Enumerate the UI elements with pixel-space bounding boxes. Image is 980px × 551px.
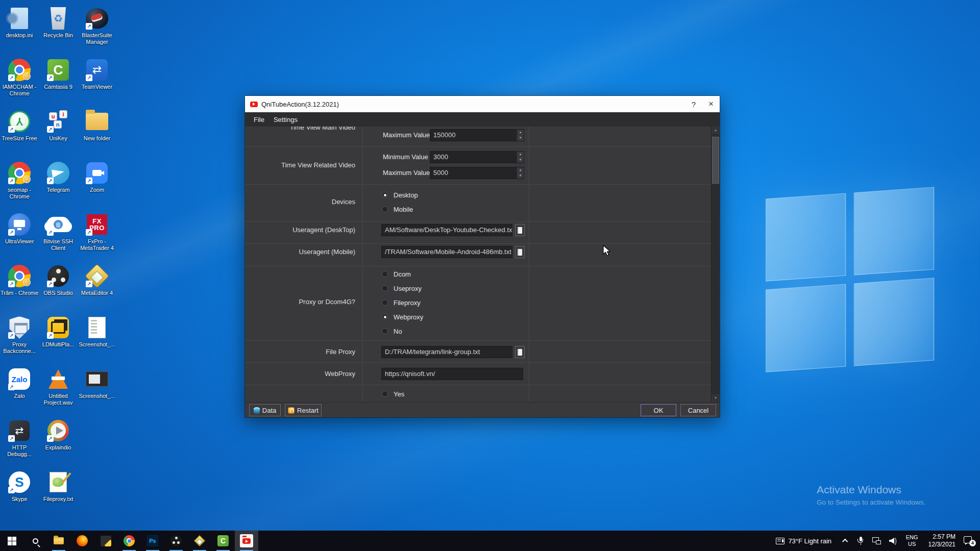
- radio-yes[interactable]: Yes: [382, 390, 404, 397]
- useragent-desktop-field[interactable]: AM/Software/DeskTop-Youtube-Checked.txt: [381, 224, 512, 236]
- desktop-icon-untitled-wav[interactable]: Untitled Project.wav: [39, 367, 78, 406]
- taskbar-qnitubeaction-active[interactable]: [235, 531, 258, 551]
- menu-file[interactable]: File: [249, 114, 269, 126]
- max-value-main-spinbox[interactable]: 150000 ▲ ▼: [430, 129, 524, 141]
- arrows-glyph: ⇄: [15, 424, 24, 437]
- desktop-icon-desktop-ini[interactable]: desktop.ini: [0, 6, 39, 39]
- shortcut-arrow-icon: ↗: [8, 487, 15, 493]
- spin-down-icon[interactable]: ▼: [517, 173, 524, 179]
- start-button[interactable]: [0, 531, 23, 551]
- weather-widget[interactable]: 73°F Light rain: [788, 537, 831, 545]
- news-weather-icon[interactable]: [776, 538, 785, 544]
- taskbar-firefox[interactable]: [70, 531, 94, 551]
- spin-down-icon[interactable]: ▼: [517, 135, 524, 141]
- radio-useproxy[interactable]: Useproxy: [382, 285, 422, 292]
- taskbar-photoshop[interactable]: Ps: [141, 531, 164, 551]
- desktop-icon-telegram[interactable]: ↗ Telegram: [39, 161, 78, 193]
- desktop-icon-zalo[interactable]: Zalo ↗ Zalo: [0, 367, 39, 399]
- icon-label: UniKey: [39, 135, 78, 142]
- taskbar-file-explorer[interactable]: [47, 531, 70, 551]
- desktop-icon-treesize[interactable]: Y ↗ TreeSize Free: [0, 109, 39, 142]
- radio-no[interactable]: No: [382, 328, 402, 335]
- row-label-devices: Devices: [245, 198, 355, 206]
- desktop-icon-proxy-backconnect[interactable]: ↗ Proxy Backconne...: [0, 315, 39, 355]
- scroll-down-button[interactable]: ▼: [712, 394, 720, 402]
- cancel-button[interactable]: Cancel: [680, 404, 716, 416]
- webproxy-field[interactable]: https://qnisoft.vn/: [381, 368, 523, 380]
- desktop-icon-seomap-chrome[interactable]: ↗ seomap - Chrome: [0, 161, 39, 200]
- taskbar-chrome[interactable]: [117, 531, 141, 551]
- taskbar-search-button[interactable]: [23, 531, 47, 551]
- desktop-icon-new-folder[interactable]: New folder: [78, 109, 116, 142]
- recycle-bin-icon: ♻: [49, 7, 67, 30]
- restart-button[interactable]: Restart: [285, 404, 322, 416]
- dialog-scrollbar[interactable]: ▲ ▼: [711, 127, 720, 402]
- spin-up-icon[interactable]: ▲: [517, 130, 524, 135]
- taskbar-clock[interactable]: 2:57 PM 12/3/2021: [928, 533, 955, 548]
- restart-icon: [288, 407, 295, 414]
- spin-up-icon[interactable]: ▲: [517, 152, 524, 157]
- taskbar-obs[interactable]: [164, 531, 188, 551]
- desktop-icon-http-debugger[interactable]: ⇄ ↗ HTTP Debugg...: [0, 418, 39, 458]
- dialog-title-bar[interactable]: QniTubeAction(3.12.2021) ? ×: [245, 96, 720, 112]
- menu-settings[interactable]: Settings: [269, 114, 302, 126]
- action-center-button[interactable]: 4: [964, 536, 974, 545]
- spinner-buttons[interactable]: ▲ ▼: [517, 152, 524, 163]
- desktop-icon-blastersuite[interactable]: ↗ BlasterSuite Manager: [78, 6, 116, 45]
- spin-up-icon[interactable]: ▲: [517, 167, 524, 173]
- network-icon[interactable]: [872, 537, 881, 544]
- desktop-icon-screenshot-2[interactable]: Screenshot_...: [78, 367, 116, 399]
- radio-webproxy[interactable]: Webproxy: [382, 313, 423, 320]
- taskbar-notes-app[interactable]: [94, 531, 117, 551]
- ok-button[interactable]: OK: [641, 404, 676, 416]
- spinner-buttons[interactable]: ▲ ▼: [517, 130, 524, 141]
- desktop-icon-teamviewer[interactable]: ⇄ ↗ TeamViewer: [78, 58, 116, 90]
- spinner-buttons[interactable]: ▲ ▼: [517, 167, 524, 179]
- desktop-icon-camtasia9[interactable]: C ↗ Camtasia 9: [39, 58, 78, 90]
- desktop-icon-iamccham-chrome[interactable]: ↗ IAMCCHAM - Chrome: [0, 58, 39, 97]
- desktop-icon-explaindio[interactable]: ↗ Explaindio: [39, 418, 78, 451]
- spin-down-icon[interactable]: ▼: [517, 157, 524, 163]
- scroll-up-button[interactable]: ▲: [712, 127, 720, 134]
- desktop-icon-fxpro[interactable]: FX PRO ↗ FxPro - MetaTrader 4: [78, 212, 116, 252]
- row-separator: [245, 340, 711, 341]
- radio-fileproxy[interactable]: Fileproxy: [382, 299, 421, 306]
- scrollbar-thumb[interactable]: [712, 137, 719, 184]
- data-button[interactable]: Data: [249, 404, 281, 416]
- desktop-icon-ldmultiplayer[interactable]: ↗ LDMultiPla...: [39, 315, 78, 348]
- tray-expand-chevron-icon[interactable]: [842, 539, 848, 544]
- language-indicator[interactable]: ENG US: [906, 534, 918, 547]
- desktop-icon-tram-chrome[interactable]: ↗ Trâm - Chrome: [0, 264, 39, 296]
- browse-file-button[interactable]: [515, 346, 525, 358]
- close-button[interactable]: ×: [702, 96, 720, 112]
- desktop-icon-metaeditor[interactable]: ↗ MetaEditor 4: [78, 264, 116, 296]
- desktop-icon-skype[interactable]: S ↗ Skype: [0, 470, 39, 503]
- useragent-mobile-field[interactable]: /TRAM/Software/Mobile-Android-486mb.txt: [381, 246, 512, 258]
- min-value-related-spinbox[interactable]: 3000 ▲ ▼: [430, 151, 524, 163]
- qnitubeaction-icon: [240, 534, 253, 547]
- desktop-icon-bitvise[interactable]: ↗ Bitvise SSH Client: [39, 212, 78, 252]
- radio-desktop[interactable]: Desktop: [382, 191, 418, 198]
- icon-label: IAMCCHAM - Chrome: [0, 84, 39, 97]
- microphone-icon[interactable]: [857, 537, 864, 545]
- taskbar-metaeditor[interactable]: [188, 531, 211, 551]
- desktop-icon-fileproxy-txt[interactable]: Fileproxy.txt: [39, 470, 78, 503]
- desktop-icon-ultraviewer[interactable]: ↗ UltraViewer: [0, 212, 39, 245]
- spin-label: Maximum Value: [383, 131, 430, 139]
- desktop-icon-recycle-bin[interactable]: ♻ Recycle Bin: [39, 6, 78, 39]
- desktop-icon-unikey[interactable]: u i n ↗ UniKey: [39, 109, 78, 142]
- desktop-icon-obs[interactable]: ↗ OBS Studio: [39, 264, 78, 296]
- desktop-icon-zoom[interactable]: ↗ Zoom: [78, 161, 116, 193]
- shortcut-arrow-icon: ↗: [8, 332, 15, 339]
- file-proxy-field[interactable]: D:/TRAM/tetegram/link-group.txt: [381, 346, 512, 358]
- browse-file-button[interactable]: [515, 246, 525, 258]
- shortcut-arrow-icon: ↗: [8, 178, 15, 184]
- radio-dcom[interactable]: Dcom: [382, 270, 411, 278]
- max-value-related-spinbox[interactable]: 5000 ▲ ▼: [430, 167, 524, 179]
- browse-file-button[interactable]: [515, 224, 525, 236]
- radio-mobile[interactable]: Mobile: [382, 206, 413, 213]
- volume-icon[interactable]: ): [889, 538, 897, 544]
- desktop-icon-screenshot-1[interactable]: Screenshot_...: [78, 315, 116, 348]
- help-button[interactable]: ?: [685, 96, 702, 112]
- taskbar-camtasia[interactable]: C: [211, 531, 235, 551]
